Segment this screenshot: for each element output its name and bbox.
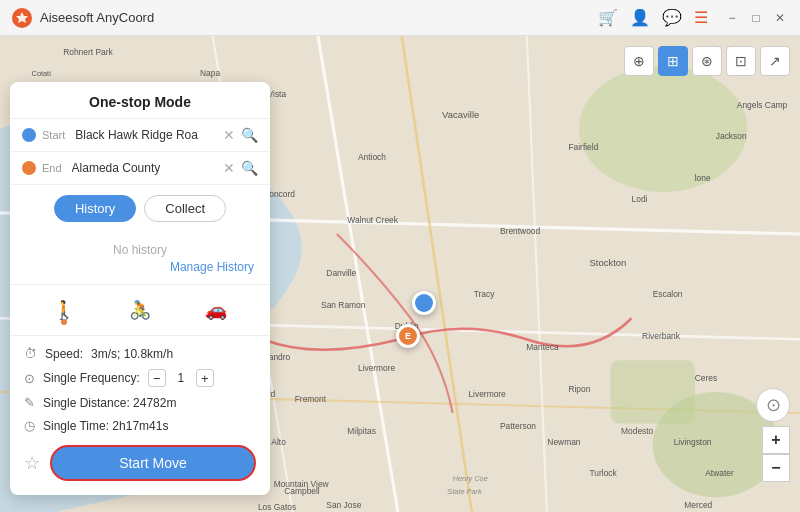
time-icon: ◷ bbox=[24, 418, 35, 433]
end-input-row: End ✕ 🔍 bbox=[10, 152, 270, 185]
map-container[interactable]: Vacaville Fairfield Lodi Stockton Antioc… bbox=[0, 36, 800, 512]
svg-text:Manteca: Manteca bbox=[526, 342, 559, 352]
distance-value: Single Distance: 24782m bbox=[43, 396, 176, 410]
svg-text:Walnut Creek: Walnut Creek bbox=[347, 215, 398, 225]
svg-text:Cotati: Cotati bbox=[32, 69, 52, 78]
map-zoom-controls: + − bbox=[762, 426, 790, 482]
no-history-text: No history bbox=[113, 243, 167, 257]
start-search-icon[interactable]: 🔍 bbox=[241, 127, 258, 143]
minimize-button[interactable]: − bbox=[724, 10, 740, 26]
svg-text:Patterson: Patterson bbox=[500, 421, 536, 431]
bottom-action-row: ☆ Start Move bbox=[10, 437, 270, 485]
time-value: Single Time: 2h17m41s bbox=[43, 419, 168, 433]
svg-text:Stockton: Stockton bbox=[589, 257, 626, 268]
distance-row: ✎ Single Distance: 24782m bbox=[10, 391, 270, 414]
map-toolbar: ⊕ ⊞ ⊛ ⊡ ↗ bbox=[624, 46, 790, 76]
svg-text:Antioch: Antioch bbox=[358, 152, 386, 162]
end-clear-icon[interactable]: ✕ bbox=[223, 160, 235, 176]
zoom-out-button[interactable]: − bbox=[762, 454, 790, 482]
svg-text:Atwater: Atwater bbox=[705, 468, 734, 478]
frequency-row: ⊙ Single Frequency: − 1 + bbox=[10, 365, 270, 391]
svg-point-8 bbox=[579, 66, 747, 192]
svg-text:Turlock: Turlock bbox=[589, 468, 617, 478]
svg-text:Danville: Danville bbox=[326, 268, 356, 278]
panel-title: One-stop Mode bbox=[10, 82, 270, 119]
person-icon[interactable]: 👤 bbox=[630, 8, 650, 27]
end-pin-letter: E bbox=[405, 331, 411, 341]
freq-icon: ⊙ bbox=[24, 371, 35, 386]
svg-text:Jackson: Jackson bbox=[716, 131, 747, 141]
history-tab[interactable]: History bbox=[54, 195, 136, 222]
start-input-row: Start ✕ 🔍 bbox=[10, 119, 270, 152]
location-tool-button[interactable]: ⊕ bbox=[624, 46, 654, 76]
walk-mode-button[interactable]: 🚶 bbox=[26, 295, 102, 325]
window-controls: − □ ✕ bbox=[724, 10, 788, 26]
end-input[interactable] bbox=[72, 161, 217, 175]
history-area: No history Manage History bbox=[10, 232, 270, 278]
start-input[interactable] bbox=[75, 128, 217, 142]
route-tool-button[interactable]: ⊞ bbox=[658, 46, 688, 76]
speed-value: 3m/s; 10.8km/h bbox=[91, 347, 173, 361]
svg-text:Newman: Newman bbox=[547, 437, 580, 447]
svg-text:Modesto: Modesto bbox=[621, 426, 654, 436]
speed-icon: ⏱ bbox=[24, 346, 37, 361]
svg-text:Fremont: Fremont bbox=[295, 394, 327, 404]
side-panel: One-stop Mode Start ✕ 🔍 End ✕ 🔍 History … bbox=[10, 82, 270, 495]
collect-tab[interactable]: Collect bbox=[144, 195, 226, 222]
svg-text:Livermore: Livermore bbox=[358, 363, 396, 373]
end-search-icon[interactable]: 🔍 bbox=[241, 160, 258, 176]
svg-text:Ceres: Ceres bbox=[695, 373, 717, 383]
svg-text:lone: lone bbox=[695, 173, 711, 183]
drive-mode-button[interactable]: 🚗 bbox=[178, 295, 254, 325]
chat-icon[interactable]: 💬 bbox=[662, 8, 682, 27]
distance-icon: ✎ bbox=[24, 395, 35, 410]
freq-label: Single Frequency: bbox=[43, 371, 140, 385]
start-label: Start bbox=[42, 129, 65, 141]
app-title-text: Aiseesoft AnyCoord bbox=[40, 10, 598, 25]
zoom-in-button[interactable]: + bbox=[762, 426, 790, 454]
svg-text:Brentwood: Brentwood bbox=[500, 226, 541, 236]
freq-controls: − 1 + bbox=[148, 369, 214, 387]
export-tool-button[interactable]: ↗ bbox=[760, 46, 790, 76]
freq-increase-button[interactable]: + bbox=[196, 369, 214, 387]
titlebar: Aiseesoft AnyCoord 🛒 👤 💬 ☰ − □ ✕ bbox=[0, 0, 800, 36]
area-tool-button[interactable]: ⊡ bbox=[726, 46, 756, 76]
svg-text:Merced: Merced bbox=[684, 500, 712, 510]
close-button[interactable]: ✕ bbox=[772, 10, 788, 26]
svg-text:Los Gatos: Los Gatos bbox=[258, 502, 296, 512]
svg-text:Riverbank: Riverbank bbox=[642, 331, 681, 341]
divider-2 bbox=[10, 335, 270, 336]
svg-text:Escalon: Escalon bbox=[653, 289, 683, 299]
app-logo bbox=[12, 8, 32, 28]
favorite-star-button[interactable]: ☆ bbox=[24, 452, 40, 474]
start-dot-icon bbox=[22, 128, 36, 142]
start-map-pin bbox=[412, 291, 436, 315]
restore-button[interactable]: □ bbox=[748, 10, 764, 26]
history-collect-tabs: History Collect bbox=[10, 185, 270, 232]
menu-icon[interactable]: ☰ bbox=[694, 8, 708, 27]
svg-text:Lodi: Lodi bbox=[632, 194, 648, 204]
speed-row: ⏱ Speed: 3m/s; 10.8km/h bbox=[10, 342, 270, 365]
time-row: ◷ Single Time: 2h17m41s bbox=[10, 414, 270, 437]
end-dot-icon bbox=[22, 161, 36, 175]
cart-icon[interactable]: 🛒 bbox=[598, 8, 618, 27]
walk-mode-indicator bbox=[61, 319, 67, 325]
freq-value: 1 bbox=[174, 371, 188, 385]
transport-mode-row: 🚶 🚴 🚗 bbox=[10, 291, 270, 329]
svg-text:State Park: State Park bbox=[447, 487, 482, 496]
manage-history-link[interactable]: Manage History bbox=[10, 260, 270, 274]
svg-text:Henry Coe: Henry Coe bbox=[453, 474, 488, 483]
svg-text:Tracy: Tracy bbox=[474, 289, 496, 299]
start-clear-icon[interactable]: ✕ bbox=[223, 127, 235, 143]
svg-text:Fairfield: Fairfield bbox=[568, 142, 598, 152]
waypoint-tool-button[interactable]: ⊛ bbox=[692, 46, 722, 76]
svg-text:Rohnert Park: Rohnert Park bbox=[63, 47, 113, 57]
svg-text:Angels Camp: Angels Camp bbox=[737, 100, 788, 110]
svg-text:Campbell: Campbell bbox=[284, 486, 320, 496]
svg-text:Ripon: Ripon bbox=[568, 384, 590, 394]
bike-mode-button[interactable]: 🚴 bbox=[102, 295, 178, 325]
freq-decrease-button[interactable]: − bbox=[148, 369, 166, 387]
compass-icon[interactable]: ⊙ bbox=[756, 388, 790, 422]
start-move-button[interactable]: Start Move bbox=[50, 445, 256, 481]
title-icons: 🛒 👤 💬 ☰ bbox=[598, 8, 708, 27]
